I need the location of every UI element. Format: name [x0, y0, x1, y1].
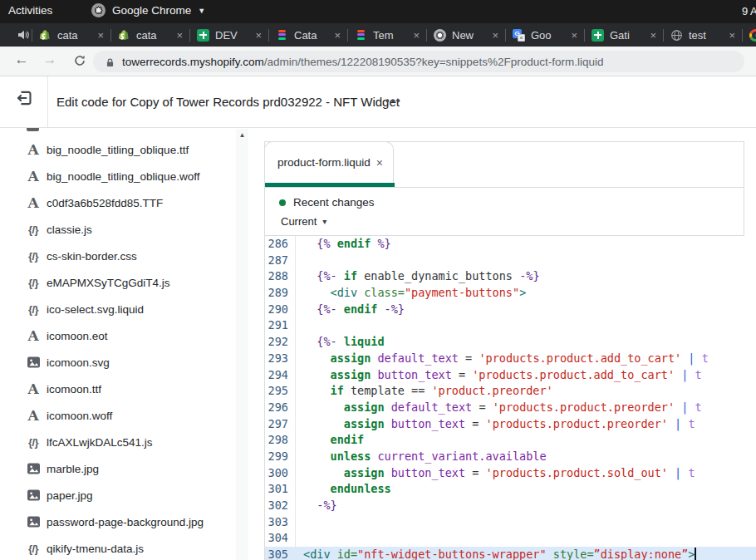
code-token: = — [472, 400, 492, 414]
code-file-icon: {/} — [24, 303, 42, 316]
code-line-text — [296, 514, 303, 531]
code-line[interactable]: 294 assign button_text = 'products.produ… — [265, 367, 756, 384]
font-file-icon: A — [24, 194, 42, 211]
audio-speaker-icon[interactable] — [17, 28, 30, 42]
tab-close-icon[interactable]: × — [571, 29, 577, 42]
code-line[interactable]: 286 {% endif %} — [265, 236, 756, 253]
code-line[interactable]: 300 assign button_text = 'products.produ… — [265, 465, 756, 482]
lock-icon[interactable] — [105, 56, 115, 67]
exit-code-editor-button[interactable] — [15, 89, 33, 107]
address-bar[interactable]: towerrecords.myshopify.com/admin/themes/… — [93, 51, 744, 72]
editor-file-tab[interactable]: product-form.liquid × — [264, 141, 394, 187]
line-number: 300 — [265, 465, 296, 482]
code-token: template == — [344, 384, 432, 397]
browser-tab[interactable]: cata× — [113, 23, 188, 47]
file-list-item[interactable]: Abig_noodle_titling_oblique.ttf — [0, 136, 233, 163]
code-line[interactable]: 304 — [265, 530, 756, 547]
tab-separator — [110, 29, 111, 42]
browser-tab[interactable]: New× — [429, 23, 503, 47]
reload-button[interactable] — [70, 54, 90, 71]
browser-tab[interactable]: test× — [665, 23, 740, 47]
code-line[interactable]: 293 assign default_text = 'products.prod… — [265, 351, 756, 367]
code-area[interactable]: 286 {% endif %}287288 {%- if enable_dyna… — [265, 236, 756, 560]
file-list-item[interactable]: Aicomoon.ttf — [0, 376, 233, 402]
file-list-item[interactable]: password-page-background.jpg — [0, 508, 233, 535]
code-line[interactable]: 288 {%- if enable_dynamic_buttons -%} — [265, 268, 756, 285]
file-list-item[interactable]: {/}lfcAXLwjkDALc541.js — [0, 429, 233, 455]
sidebar-scrollbar[interactable]: ▲ — [236, 129, 248, 560]
code-line[interactable]: 291 — [265, 317, 756, 334]
tab-close-icon[interactable]: × — [650, 29, 656, 42]
code-line-text: if template == 'product.preorder' — [296, 383, 553, 400]
file-list-item[interactable]: {/}qikify-tmenu-data.js — [0, 535, 233, 560]
file-list-item[interactable]: {/}classie.js — [0, 216, 233, 243]
file-list-item[interactable]: {/}cs-skin-border.css — [0, 243, 233, 269]
file-list-item[interactable]: Aicomoon.woff — [0, 402, 233, 429]
code-token: current_variant.available — [377, 449, 546, 463]
line-number: 293 — [265, 351, 296, 367]
code-token: assign — [344, 400, 385, 414]
code-line[interactable]: 290 {%- endif -%} — [265, 302, 756, 318]
clock[interactable]: 9 A — [742, 5, 756, 17]
browser-tab[interactable]: Cata× — [271, 23, 346, 47]
browser-tab[interactable]: Gati× — [587, 23, 661, 47]
tab-close-icon[interactable]: × — [176, 29, 183, 42]
image-file-icon — [24, 462, 42, 475]
file-list-item[interactable]: marble.jpg — [0, 455, 233, 482]
file-list-item[interactable]: Abig_noodle_titling_oblique.woff — [0, 163, 233, 189]
line-number: 303 — [265, 514, 296, 531]
tab-close-icon[interactable]: × — [97, 29, 104, 42]
code-token: endunless — [331, 482, 391, 495]
browser-tab[interactable]: Tem× — [350, 23, 425, 47]
tab-separator — [505, 29, 506, 42]
version-dropdown[interactable]: Current ▾ — [281, 215, 326, 228]
browser-tab[interactable] — [744, 23, 756, 47]
browser-tab[interactable]: cata× — [34, 23, 109, 47]
code-line[interactable]: 295 if template == 'product.preorder' — [265, 383, 756, 400]
code-line[interactable]: 287 — [265, 253, 756, 269]
code-line[interactable]: 301 endunless — [265, 481, 756, 498]
tab-close-icon[interactable]: × — [413, 29, 420, 42]
file-list-item[interactable]: Aicomoon.eot — [0, 322, 233, 349]
image-file-icon — [24, 515, 42, 528]
code-line[interactable]: 302 -%} — [265, 498, 756, 514]
code-token — [303, 335, 317, 348]
tab-close-icon[interactable]: × — [334, 29, 341, 42]
code-line[interactable]: 305<div id="nft-widget-buttons-wrapper" … — [265, 547, 756, 560]
code-line[interactable]: 297 assign button_text = 'products.produ… — [265, 416, 756, 433]
line-number: 298 — [265, 432, 296, 449]
code-line-text: unless current_variant.available — [296, 449, 547, 465]
text-cursor — [695, 548, 696, 560]
file-list-item[interactable]: {/}ico-select.svg.liquid — [0, 296, 233, 322]
chrome-app-menu[interactable]: Google Chrome ▼ — [91, 3, 205, 17]
activities-button[interactable]: Activities — [8, 4, 52, 17]
editor-tab-close-icon[interactable]: × — [376, 156, 383, 169]
file-list-item[interactable]: {/}eMAPMXSyTCgGdiT4.js — [0, 269, 233, 296]
os-top-bar: Activities Google Chrome ▼ 9 A — [0, 0, 756, 23]
translate-favicon: Ga — [513, 29, 525, 42]
forward-button[interactable]: → — [40, 52, 60, 68]
code-line[interactable]: 292 {%- liquid — [265, 334, 756, 351]
code-line[interactable]: 299 unless current_variant.available — [265, 449, 756, 465]
tab-close-icon[interactable]: × — [255, 29, 262, 42]
more-actions-button[interactable]: ••• — [385, 76, 402, 127]
code-line[interactable]: 298 endif — [265, 432, 756, 449]
recent-changes-box: Recent changes Current ▾ — [265, 188, 744, 235]
browser-tab[interactable]: DEV× — [192, 23, 267, 47]
code-token — [303, 384, 331, 397]
browser-tab[interactable]: GaGoo× — [508, 23, 582, 47]
tab-close-icon[interactable]: × — [729, 29, 735, 42]
file-list-item[interactable]: icomoon.svg — [0, 349, 233, 376]
file-list-item[interactable]: Ac0df3a6b528fdd85.TTF — [0, 189, 233, 216]
scroll-up-button[interactable]: ▲ — [236, 129, 248, 141]
tab-title: cata — [57, 29, 91, 42]
active-tab-underline — [265, 183, 395, 187]
code-line[interactable]: 289 <div class="payment-buttons"> — [265, 285, 756, 302]
code-token — [385, 466, 391, 479]
code-line[interactable]: 296 assign default_text = 'products.prod… — [265, 400, 756, 416]
chrome-logo-icon — [91, 3, 106, 17]
file-list-item[interactable]: paper.jpg — [0, 482, 233, 508]
tab-close-icon[interactable]: × — [492, 29, 498, 42]
back-button[interactable]: ← — [12, 52, 32, 68]
code-line[interactable]: 303 — [265, 514, 756, 531]
